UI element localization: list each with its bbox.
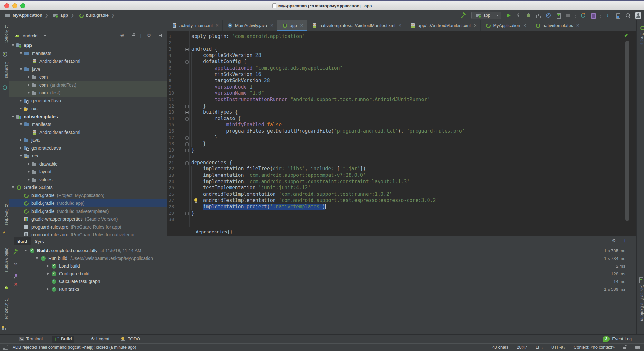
collapsed-arrow-icon[interactable] [47,265,49,267]
expanded-arrow-icon[interactable] [12,186,14,188]
tool-window-button-terminal[interactable]: Terminal [17,336,45,342]
code-line[interactable]: 13 buildTypes { [167,109,630,116]
code-line[interactable]: 24 implementation 'com.android.support.c… [167,179,630,185]
gear-icon[interactable] [147,33,152,38]
editor-tab-app-androidmanifest-xml[interactable]: <>app/.../AndroidManifest.xml✕ [405,20,480,31]
code-line[interactable]: 28 implementation project(':nativetempla… [167,204,630,210]
code-line[interactable]: 2 [167,40,630,46]
tree-row-java[interactable]: java [9,136,167,144]
stripe-button-1-project[interactable]: 1: Project [0,25,9,43]
editor-tab-myapplication[interactable]: MyApplication✕ [481,20,530,31]
run-config-combo[interactable]: app [471,12,501,19]
tree-row-gradle scripts[interactable]: Gradle Scripts [9,184,167,192]
code-line[interactable]: 14 release { [167,116,630,122]
collapsed-arrow-icon[interactable] [28,163,30,165]
collapsed-arrow-icon[interactable] [28,170,30,173]
inspections-ok-icon[interactable]: ✔ [624,33,628,38]
tree-row-proguard-rules.pro[interactable]: proguard-rules.pro(ProGuard Rules for na… [9,231,167,236]
build-panel-tab-sync[interactable]: Sync [31,237,48,245]
stripe-button-device-file-explorer[interactable]: Device File Explorer [637,284,644,321]
restart-build-icon[interactable] [14,249,19,255]
expanded-arrow-icon[interactable] [20,52,22,54]
close-tab-icon[interactable]: ✕ [300,23,303,28]
debug-icon[interactable] [525,13,531,18]
collapsed-arrow-icon[interactable] [20,139,22,141]
tree-row-com[interactable]: com(androidTest) [9,81,167,89]
close-tab-icon[interactable]: ✕ [398,23,402,28]
close-icon[interactable] [14,282,19,288]
fold-marker-icon[interactable] [185,136,189,140]
build-panel-tab-build[interactable]: Build [14,237,31,245]
code-line[interactable]: 30 [167,216,630,223]
editor-tab-mainactivity-java[interactable]: MainActivity.java✕ [223,20,277,31]
device-manager-icon[interactable] [615,13,621,18]
build-row-run-tasks[interactable]: Run tasks1 s 589 ms [24,285,636,293]
attach-debugger-icon[interactable] [545,13,551,18]
collapsed-arrow-icon[interactable] [28,178,30,181]
stripe-button-captures[interactable]: Captures [0,62,9,78]
fold-marker-icon[interactable] [185,117,189,121]
code-line[interactable]: 17 } [167,135,630,141]
build-row-calculate-task-graph[interactable]: Calculate task graph14 ms [24,278,636,285]
code-line[interactable]: 8 targetSdkVersion 28 [167,78,630,84]
tree-row-drawable[interactable]: drawable [9,160,167,168]
status-item[interactable]: UTF-8↕ [551,345,565,350]
expanded-arrow-icon[interactable] [20,68,22,70]
editor-scrollbar[interactable] [625,41,629,221]
code-line[interactable]: 22 implementation fileTree(dir: 'libs', … [167,166,630,172]
collapsed-arrow-icon[interactable] [20,107,22,110]
sdk-manager-icon[interactable] [605,13,611,18]
code-line[interactable]: 27 androidTestImplementation 'com.androi… [167,197,630,204]
editor-tab-nativetemplates-androidmanifest-xml[interactable]: <>nativetemplates/.../AndroidManifest.xm… [307,20,406,31]
tool-window-button-build[interactable]: Build [52,336,74,343]
breadcrumb-item-build.gradle[interactable]: build.gradle [77,13,109,18]
tree-row-androidmanifest.xml[interactable]: <>AndroidManifest.xml [9,128,167,137]
apply-changes-icon[interactable] [515,13,521,18]
close-tab-icon[interactable]: ✕ [216,23,219,28]
code-line[interactable]: 16 proguardFiles getDefaultProguardFile(… [167,128,630,135]
code-line[interactable]: 18 } [167,141,630,147]
gradle-elephant-icon[interactable] [635,345,640,349]
collapsed-arrow-icon[interactable] [28,76,30,78]
close-tab-icon[interactable]: ✕ [576,23,580,28]
pin-icon[interactable] [14,273,19,279]
fold-marker-icon[interactable] [185,149,189,152]
editor-tab-nativetemplates[interactable]: nativetemplates✕ [530,20,583,31]
build-row-load-build[interactable]: Load build2 ms [24,262,636,270]
collapsed-arrow-icon[interactable] [20,147,22,149]
tree-row-build.gradle[interactable]: build.gradle(Module: nativetemplates) [9,207,167,215]
profiler-icon[interactable] [535,13,541,18]
tree-row-layout[interactable]: layout [9,168,167,176]
tree-row-generatedjava[interactable]: generatedJava [9,144,167,152]
collapsed-arrow-icon[interactable] [47,272,49,275]
import-icon[interactable] [622,238,627,243]
code-line[interactable]: 4 compileSdkVersion 28 [167,52,630,59]
tree-row-java[interactable]: java [9,65,167,73]
tree-row-manifests[interactable]: manifests [9,50,167,58]
expanded-arrow-icon[interactable] [24,250,27,251]
code-line[interactable]: 23 implementation 'com.android.support:a… [167,172,630,179]
code-line[interactable]: 6 applicationId "com.google.ads.myapplic… [167,65,630,71]
stripe-button-gradle[interactable]: Gradle [637,33,644,45]
tree-row-gradle-wrapper.properties[interactable]: gradle-wrapper.properties(Gradle Version… [9,215,167,223]
tree-row-com[interactable]: com(test) [9,89,167,97]
editor-tab-activity-main-xml[interactable]: activity_main.xml✕ [167,20,223,31]
collapsed-arrow-icon[interactable] [20,100,22,102]
tree-row-androidmanifest.xml[interactable]: <>AndroidManifest.xml [9,57,167,65]
search-icon[interactable] [625,13,631,18]
collapsed-arrow-icon[interactable] [28,84,30,86]
sync-project-icon[interactable] [580,13,586,18]
filter-icon[interactable] [14,261,19,267]
stripe-button-2-favorites[interactable]: 2: Favorites [0,204,9,226]
code-line[interactable]: 26 androidTestImplementation 'com.androi… [167,191,630,198]
fold-marker-icon[interactable] [185,161,189,165]
locate-file-icon[interactable] [120,33,126,38]
hammer-icon[interactable] [461,13,467,18]
build-row-completed-successfully[interactable]: Build: completed successfullyat 11/5/18,… [24,247,636,254]
code-editor[interactable]: 1apply plugin: 'com.android.application'… [167,31,630,236]
code-line[interactable]: 9 versionCode 1 [167,84,630,90]
tree-row-values[interactable]: values [9,176,167,184]
tree-row-com[interactable]: com [9,73,167,81]
fold-marker-icon[interactable] [185,212,189,215]
collapse-all-icon[interactable] [131,33,137,38]
